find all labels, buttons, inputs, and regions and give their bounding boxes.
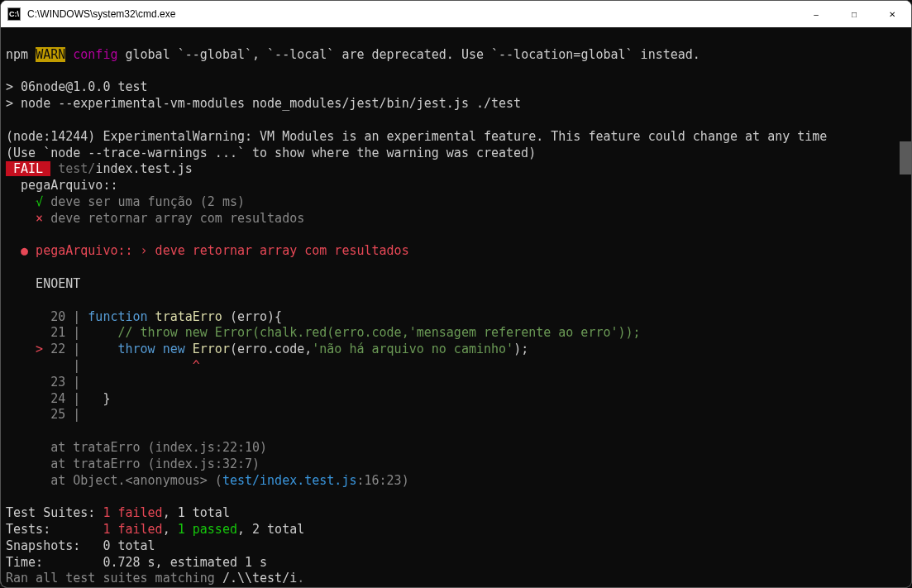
tests-label: Tests: [6, 522, 103, 537]
fail-header-text: pegaArquivo:: › deve retornar array com … [28, 243, 409, 258]
exp-warning-1: (node:14244) ExperimentalWarning: VM Mod… [6, 129, 827, 144]
arrow-icon: > [6, 342, 43, 356]
exp-warning-2: (Use `node --trace-warnings ...` to show… [6, 146, 536, 160]
snapshots-label: Snapshots: [6, 538, 103, 553]
titlebar[interactable]: C:\ C:\WINDOWS\system32\cmd.exe – □ ✕ [1, 1, 911, 27]
npm-prefix: npm [6, 47, 28, 62]
stack-1: at trataErro ( [6, 440, 155, 455]
fn-error: Error [193, 342, 230, 356]
minimize-button[interactable]: – [797, 1, 835, 27]
fail-file: index.test.js [95, 161, 192, 176]
script-line-1: > 06node@1.0.0 test [6, 79, 148, 94]
test-fail-name: deve retornar array com resultados [43, 211, 304, 226]
scrollbar-thumb[interactable] [900, 141, 911, 174]
fn-name: trataErro [148, 309, 230, 324]
ln-21: 21 [6, 325, 65, 340]
bullet-icon: ● [6, 243, 28, 258]
ln-23: 23 [6, 375, 65, 390]
x-icon: × [6, 211, 43, 226]
ran-suites: Ran all test suites matching [6, 571, 222, 586]
npm-msg: global `--global`, `--local` are depreca… [117, 47, 700, 62]
fail-badge: FAIL [6, 161, 50, 176]
error-code: ENOENT [6, 276, 80, 291]
stack-2: at trataErro ( [6, 457, 155, 471]
cmd-icon: C:\ [7, 7, 21, 21]
stack-3: at Object.<anonymous> ( [6, 473, 222, 488]
npm-warn-badge: WARN [36, 47, 65, 62]
suites-failed: 1 failed [103, 505, 162, 520]
tests-failed: 1 failed [103, 522, 162, 537]
script-line-2: > node --experimental-vm-modules node_mo… [6, 96, 521, 111]
npm-config: config [73, 47, 117, 62]
test-pass-name: deve ser uma função (2 ms) [43, 194, 245, 209]
scrollbar[interactable] [900, 27, 911, 587]
caret-icon: ^ [193, 358, 200, 373]
check-icon: √ [6, 194, 43, 209]
maximize-button[interactable]: □ [835, 1, 873, 27]
tests-passed: 1 passed [178, 522, 237, 537]
fail-dir: test/ [50, 161, 95, 176]
ln-24: 24 [6, 391, 65, 406]
window-title: C:\WINDOWS\system32\cmd.exe [27, 8, 797, 20]
comment: // throw new Error(chalk.red(erro.code,'… [80, 325, 640, 340]
terminal-output: npm WARN config global `--global`, `--lo… [1, 27, 911, 587]
describe-name: pegaArquivo:: [6, 178, 117, 193]
time-label: Time: [6, 555, 103, 570]
ln-20: 20 [6, 309, 65, 324]
close-button[interactable]: ✕ [873, 1, 911, 27]
kw-throw: throw new [117, 342, 192, 356]
ln-25: 25 [6, 407, 65, 422]
string-literal: 'não há arquivo no caminho' [312, 342, 513, 356]
cmd-window: C:\ C:\WINDOWS\system32\cmd.exe – □ ✕ np… [0, 0, 912, 588]
ln-22: 22 [43, 342, 65, 356]
suites-label: Test Suites: [6, 505, 103, 520]
kw-function: function [88, 309, 147, 324]
